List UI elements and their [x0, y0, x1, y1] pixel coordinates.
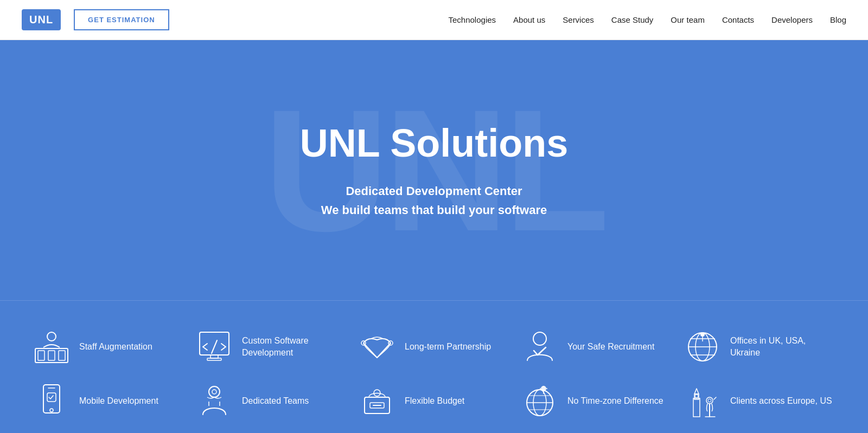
feature-partnership: Long-term Partnership — [358, 328, 510, 366]
svg-point-45 — [706, 397, 713, 404]
nav-link-contacts[interactable]: Contacts — [722, 15, 754, 24]
nav-link-technologies[interactable]: Technologies — [449, 15, 496, 24]
get-estimation-button[interactable]: GET ESTIMATION — [74, 9, 169, 30]
custom-software-icon — [195, 328, 233, 366]
svg-point-23 — [212, 390, 216, 394]
timezone-icon — [521, 382, 559, 420]
svg-rect-7 — [207, 358, 221, 360]
svg-rect-40 — [693, 398, 700, 417]
nav-link-services[interactable]: Services — [563, 15, 594, 24]
feature-offices: Offices in UK, USA, Ukraine — [684, 328, 835, 366]
feature-recruitment: Your Safe Recruitment — [521, 328, 673, 366]
hero-subtitle: Dedicated Development Center We build te… — [300, 182, 569, 219]
nav-link-our-team[interactable]: Our team — [671, 15, 705, 24]
budget-label: Flexible Budget — [405, 395, 464, 407]
mobile-dev-label: Mobile Development — [79, 395, 158, 407]
svg-point-10 — [533, 332, 546, 345]
recruitment-label: Your Safe Recruitment — [567, 341, 654, 353]
nav-link-about[interactable]: About us — [513, 15, 545, 24]
nav-link-developers[interactable]: Developers — [771, 15, 813, 24]
svg-marker-42 — [694, 389, 699, 394]
svg-point-22 — [209, 386, 220, 397]
svg-point-43 — [695, 395, 698, 398]
offices-label: Offices in UK, USA, Ukraine — [730, 335, 835, 359]
feature-budget: Flexible Budget — [358, 382, 510, 420]
svg-rect-1 — [38, 351, 44, 360]
staff-augmentation-icon — [33, 328, 71, 366]
navbar: UNL GET ESTIMATION Technologies About us… — [0, 0, 868, 40]
svg-rect-5 — [200, 332, 229, 355]
feature-timezone: No Time-zone Difference — [521, 382, 673, 420]
feature-staff-augmentation: Staff Augmentation — [33, 328, 184, 366]
svg-rect-3 — [59, 351, 65, 360]
custom-software-label: Custom Software Development — [242, 335, 347, 359]
nav-link-blog[interactable]: Blog — [830, 15, 846, 24]
feature-mobile-dev: Mobile Development — [33, 382, 184, 420]
mobile-dev-icon — [33, 382, 71, 420]
dedicated-teams-icon — [195, 382, 233, 420]
feature-clients: Clients across Europe, US — [684, 382, 835, 420]
hero-section: UNL UNL Solutions Dedicated Development … — [0, 40, 868, 300]
svg-rect-2 — [48, 351, 55, 360]
hero-title: UNL Solutions — [300, 121, 569, 165]
navbar-left: UNL GET ESTIMATION — [22, 9, 169, 30]
navbar-right: Technologies About us Services Case Stud… — [449, 15, 847, 24]
recruitment-icon — [521, 328, 559, 366]
timezone-label: No Time-zone Difference — [567, 395, 663, 407]
hero-content: UNL Solutions Dedicated Development Cent… — [300, 121, 569, 219]
partnership-label: Long-term Partnership — [405, 341, 491, 353]
partnership-icon — [358, 328, 396, 366]
svg-point-4 — [47, 332, 56, 341]
nav-link-case-study[interactable]: Case Study — [611, 15, 654, 24]
features-section: Staff Augmentation Custom Software Devel… — [0, 300, 868, 433]
features-grid: Staff Augmentation Custom Software Devel… — [33, 328, 835, 420]
budget-icon — [358, 382, 396, 420]
dedicated-teams-label: Dedicated Teams — [242, 395, 309, 407]
clients-label: Clients across Europe, US — [730, 395, 832, 407]
logo[interactable]: UNL — [22, 9, 61, 30]
hero-subtitle-line2: We build teams that build your software — [321, 203, 547, 217]
staff-augmentation-label: Staff Augmentation — [79, 341, 152, 353]
svg-point-46 — [708, 399, 711, 402]
feature-custom-software: Custom Software Development — [195, 328, 347, 366]
hero-subtitle-line1: Dedicated Development Center — [346, 184, 522, 198]
offices-icon — [684, 328, 722, 366]
clients-icon — [684, 382, 722, 420]
svg-point-19 — [50, 409, 53, 412]
feature-dedicated-teams: Dedicated Teams — [195, 382, 347, 420]
svg-point-35 — [541, 386, 546, 391]
svg-point-16 — [700, 332, 705, 337]
